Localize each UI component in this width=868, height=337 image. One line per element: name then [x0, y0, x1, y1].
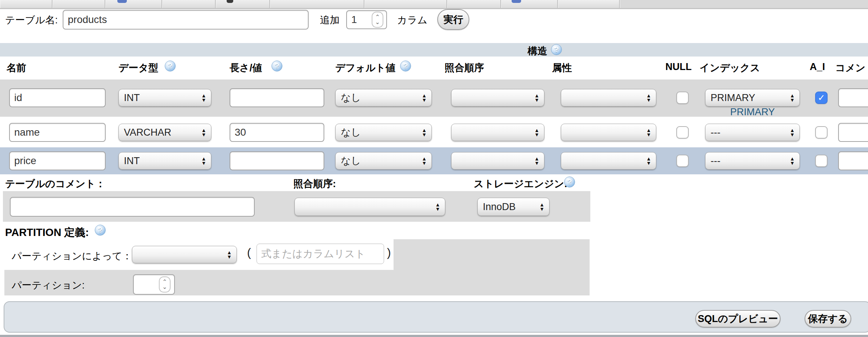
storage-engine-label: ストレージエンジン: [474, 177, 567, 190]
nav-tab[interactable] [501, 0, 558, 8]
nav-tab[interactable] [105, 0, 162, 8]
collation-select[interactable]: ▲▼ [451, 89, 544, 106]
storage-engine-select[interactable]: InnoDB▲▼ [477, 198, 550, 216]
select-arrows-icon: ▲▼ [201, 156, 206, 165]
type-select[interactable]: INT▲▼ [118, 89, 211, 106]
collation-select[interactable]: ▲▼ [451, 124, 544, 141]
header-default: デフォルト値 [335, 61, 395, 74]
column-name-input[interactable] [9, 88, 106, 107]
null-checkbox[interactable] [676, 126, 689, 139]
partition-by-label: パーティションによって： [12, 249, 132, 263]
nav-tab[interactable] [558, 0, 620, 8]
nav-tab[interactable] [52, 0, 105, 8]
help-icon[interactable]: ? [165, 61, 176, 71]
select-arrows-icon: ▲▼ [422, 128, 427, 137]
column-name-input[interactable] [9, 123, 106, 142]
nav-tab[interactable] [216, 0, 270, 8]
header-index: インデックス [700, 61, 760, 74]
partition-title: PARTITION 定義: [5, 225, 89, 240]
attributes-select[interactable]: ▲▼ [561, 152, 656, 170]
default-select[interactable]: なし▲▼ [335, 124, 432, 141]
attributes-select[interactable]: ▲▼ [561, 89, 656, 106]
nav-tab[interactable] [162, 0, 216, 8]
tab-bar-filler [620, 0, 868, 8]
null-checkbox[interactable] [676, 92, 689, 104]
stepper-icon[interactable]: ⌃⌄ [372, 12, 383, 28]
select-arrows-icon: ▲▼ [790, 156, 795, 165]
select-value: なし [341, 91, 361, 104]
select-arrows-icon: ▲▼ [646, 93, 651, 102]
sql-preview-button[interactable]: SQLのプレビュー [695, 310, 781, 328]
index-select[interactable]: ---▲▼ [705, 124, 800, 141]
column-name-input[interactable] [9, 151, 106, 170]
select-arrows-icon: ▲▼ [534, 128, 539, 137]
length-input[interactable] [230, 151, 324, 170]
nav-tab[interactable] [364, 0, 447, 8]
help-icon[interactable]: ? [564, 177, 575, 187]
attributes-select[interactable]: ▲▼ [561, 124, 656, 141]
header-length: 長さ/値 [230, 61, 262, 74]
comment-input[interactable] [838, 151, 868, 170]
partition-by-select[interactable]: ▲▼ [132, 246, 237, 263]
default-select[interactable]: なし▲▼ [335, 152, 432, 170]
select-value: VARCHAR [124, 127, 171, 138]
partition-box: パーティションによって： ▲▼ ( ) パーティション: ⌃⌄ [4, 239, 590, 295]
header-name: 名前 [7, 61, 26, 74]
structure-band [0, 43, 868, 57]
stepper-down-icon: ⌄ [162, 284, 167, 290]
header-null: NULL [665, 61, 692, 73]
tab-icon-fragment [512, 0, 521, 3]
table-comment-input[interactable] [10, 197, 255, 217]
primary-index-link[interactable]: PRIMARY [705, 106, 800, 118]
column-row: INT▲▼ なし▲▼ ▲▼ ▲▼ PRIMARY▲▼ PRIMARY ✓ [0, 80, 868, 117]
save-button[interactable]: 保存する [805, 310, 851, 328]
help-icon[interactable]: ? [400, 61, 411, 71]
help-icon[interactable]: ? [551, 44, 562, 55]
select-arrows-icon: ▲▼ [646, 156, 651, 165]
nav-tab[interactable] [447, 0, 501, 8]
collation-select[interactable]: ▲▼ [451, 152, 544, 170]
comment-input[interactable] [838, 88, 868, 107]
select-arrows-icon: ▲▼ [539, 202, 544, 211]
help-icon[interactable]: ? [271, 61, 282, 71]
select-arrows-icon: ▲▼ [435, 202, 440, 211]
nav-tab[interactable] [0, 0, 52, 8]
table-collation-select[interactable]: ▲▼ [294, 198, 445, 216]
select-arrows-icon: ▲▼ [201, 93, 206, 102]
help-icon[interactable]: ? [95, 225, 106, 236]
select-arrows-icon: ▲▼ [534, 156, 539, 165]
default-select[interactable]: なし▲▼ [335, 89, 432, 106]
select-arrows-icon: ▲▼ [227, 250, 232, 259]
header-attributes: 属性 [552, 61, 572, 74]
close-paren: ) [387, 246, 391, 259]
comment-input[interactable] [838, 123, 868, 142]
table-comment-label: テーブルのコメント： [5, 177, 105, 190]
type-select[interactable]: INT▲▼ [118, 152, 211, 170]
table-name-input[interactable] [63, 10, 309, 30]
type-select[interactable]: VARCHAR▲▼ [118, 124, 211, 141]
partition-expression-input[interactable] [257, 244, 384, 264]
add-columns-label: 追加 [320, 13, 340, 27]
index-select[interactable]: PRIMARY▲▼ [705, 89, 800, 106]
tab-icon-fragment [227, 0, 233, 3]
ai-checkbox[interactable]: ✓ [815, 92, 828, 104]
select-value: InnoDB [483, 201, 516, 213]
index-select[interactable]: ---▲▼ [705, 152, 800, 170]
select-value: --- [711, 127, 720, 138]
partition-count-label: パーティション: [12, 279, 85, 292]
go-button[interactable]: 実行 [437, 9, 469, 30]
length-input[interactable] [230, 123, 324, 142]
select-value: INT [124, 92, 140, 104]
ai-checkbox[interactable] [815, 155, 828, 167]
structure-title: 構造 [528, 44, 547, 58]
select-arrows-icon: ▲▼ [646, 128, 651, 137]
select-value: PRIMARY [711, 92, 755, 104]
ai-checkbox[interactable] [815, 126, 828, 139]
nav-tab[interactable] [270, 0, 364, 8]
stepper-icon[interactable]: ⌃⌄ [159, 276, 171, 293]
columns-word-label: カラム [397, 13, 427, 27]
table-collation-label: 照合順序: [293, 177, 336, 190]
null-checkbox[interactable] [676, 155, 689, 167]
tab-icon-fragment [117, 0, 127, 3]
length-input[interactable] [230, 88, 324, 107]
